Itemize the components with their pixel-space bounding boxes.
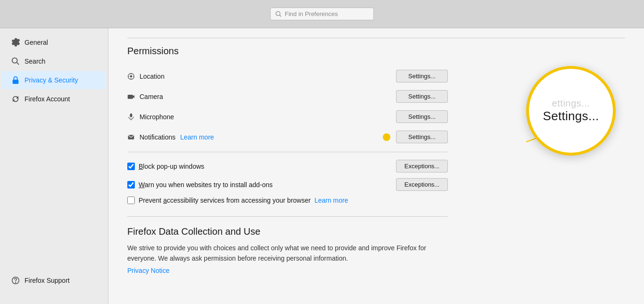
magnifier-circle: ettings... Settings... [526, 66, 616, 156]
sidebar-item-privacy[interactable]: Privacy & Security [2, 71, 106, 89]
block-popups-checkbox[interactable] [127, 163, 135, 170]
microphone-icon [127, 113, 135, 121]
permissions-divider [127, 152, 448, 152]
prevent-accessibility-label: Prevent accessibility services from acce… [139, 197, 311, 204]
sidebar-item-search-label: Search [25, 58, 45, 65]
camera-icon [127, 93, 135, 100]
sidebar-item-firefox-account[interactable]: Firefox Account [2, 90, 106, 108]
location-settings-button[interactable]: Settings... [396, 70, 448, 82]
microphone-settings-button[interactable]: Settings... [396, 110, 448, 123]
lock-icon [11, 76, 20, 84]
svg-point-8 [130, 75, 132, 77]
svg-line-1 [280, 15, 281, 16]
block-popups-row: Block pop-up windows Exceptions... [127, 157, 448, 175]
find-in-preferences-bar[interactable]: Find in Preferences [270, 8, 374, 20]
main-layout: General Search Privacy & Security [0, 28, 644, 304]
search-icon [11, 57, 20, 66]
magnifier-dot [582, 138, 589, 145]
sidebar-item-firefox-support[interactable]: Firefox Support [2, 271, 106, 289]
microphone-row: Microphone Settings... [127, 107, 448, 127]
gear-icon [11, 38, 20, 47]
prevent-accessibility-checkbox[interactable] [127, 197, 135, 204]
sidebar: General Search Privacy & Security [0, 28, 108, 304]
location-label: Location [140, 73, 165, 80]
collection-section: Firefox Data Collection and Use We striv… [127, 216, 448, 274]
svg-rect-13 [128, 95, 133, 99]
camera-row: Camera Settings... [127, 86, 448, 107]
svg-rect-4 [13, 80, 19, 84]
svg-point-0 [276, 11, 280, 16]
permissions-section: Permissions Location Settings... [127, 46, 448, 207]
camera-settings-button[interactable]: Settings... [396, 90, 448, 103]
sidebar-item-general[interactable]: General [2, 33, 106, 51]
top-divider [127, 38, 625, 38]
permissions-title: Permissions [127, 46, 448, 57]
highlight-dot [383, 133, 390, 141]
sync-icon [11, 95, 20, 103]
collection-desc: We strive to provide you with choices an… [127, 243, 448, 264]
svg-rect-15 [130, 113, 132, 117]
privacy-notice-link[interactable]: Privacy Notice [127, 267, 169, 274]
collection-title: Firefox Data Collection and Use [127, 226, 448, 237]
notifications-label: Notifications [140, 133, 175, 141]
sidebar-bottom: Firefox Support [0, 266, 108, 299]
warn-addons-checkbox[interactable] [127, 181, 135, 189]
svg-marker-14 [133, 95, 134, 98]
sidebar-item-general-label: General [25, 39, 48, 46]
top-bar: Find in Preferences [0, 0, 644, 28]
prevent-accessibility-row: Prevent accessibility services from acce… [127, 194, 448, 207]
camera-label: Camera [140, 93, 163, 100]
svg-line-3 [17, 63, 19, 65]
notifications-learn-more-link[interactable]: Learn more [180, 133, 214, 141]
help-icon [11, 276, 20, 285]
microphone-label: Microphone [140, 113, 174, 121]
location-row: Location Settings... [127, 66, 448, 86]
sidebar-item-firefox-account-label: Firefox Account [25, 95, 70, 103]
main-content: Permissions Location Settings... [108, 28, 644, 304]
location-icon [127, 73, 135, 80]
accessibility-learn-more-link[interactable]: Learn more [314, 197, 348, 204]
search-icon [275, 11, 282, 17]
sidebar-item-privacy-label: Privacy & Security [25, 76, 78, 84]
collection-divider [127, 216, 448, 217]
block-popups-exceptions-button[interactable]: Exceptions... [396, 160, 448, 173]
sidebar-item-search[interactable]: Search [2, 52, 106, 70]
block-popups-label: Block pop-up windows [139, 163, 204, 170]
notifications-row: Notifications Learn more Settings... [127, 127, 448, 147]
find-in-preferences-placeholder: Find in Preferences [285, 10, 338, 17]
magnifier-text-main: Settings... [543, 109, 599, 123]
svg-point-2 [12, 58, 17, 63]
warn-addons-row: Warn you when websites try to install ad… [127, 175, 448, 194]
warn-addons-label: Warn you when websites try to install ad… [139, 181, 272, 189]
svg-point-6 [16, 282, 16, 283]
magnifier-line [526, 121, 584, 142]
sidebar-item-firefox-support-label: Firefox Support [25, 277, 70, 284]
magnifier-overlay: ettings... Settings... [512, 66, 616, 170]
notifications-settings-button[interactable]: Settings... [396, 131, 448, 143]
magnifier-text-top: ettings... [552, 98, 590, 109]
warn-addons-exceptions-button[interactable]: Exceptions... [396, 178, 448, 191]
sidebar-nav: General Search Privacy & Security [0, 33, 108, 108]
notifications-icon [127, 133, 135, 141]
